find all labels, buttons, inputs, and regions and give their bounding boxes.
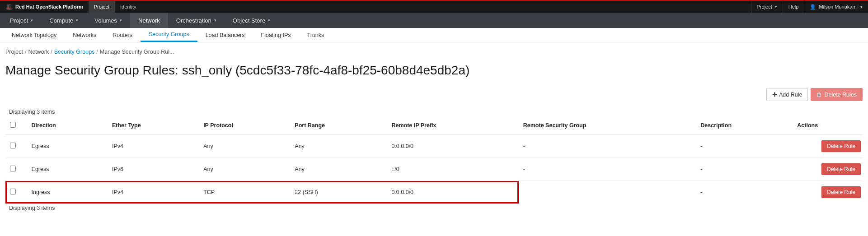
table-header-row: Direction Ether Type IP Protocol Port Ra…: [5, 116, 863, 135]
cell-direction: Egress: [27, 158, 108, 181]
cell-description: -: [696, 181, 793, 204]
cell-remote-security-group: -: [519, 135, 696, 158]
brand-label: Red Hat OpenStack Platform: [15, 4, 83, 9]
row-checkbox[interactable]: [10, 189, 16, 194]
breadcrumb-project[interactable]: Project: [5, 49, 23, 55]
chevron-down-icon: ▾: [860, 5, 863, 9]
subtab-floating-ips[interactable]: Floating IPs: [253, 28, 299, 42]
chevron-down-icon: ▾: [31, 18, 33, 23]
nav-object-store[interactable]: Object Store▾: [225, 13, 278, 28]
page-actions: ✚ Add Rule 🗑 Delete Rules: [5, 88, 863, 107]
primary-nav: Project▾ Compute▾ Volumes▾ Network Orche…: [0, 13, 868, 28]
cell-ether-type: IPv6: [108, 158, 199, 181]
nav-compute[interactable]: Compute▾: [41, 13, 86, 28]
user-icon: 👤: [810, 4, 816, 10]
col-actions: Actions: [793, 116, 863, 135]
cell-remote-ip-prefix: 0.0.0.0/0: [387, 181, 518, 204]
chevron-down-icon: ▾: [76, 18, 78, 23]
cell-ip-protocol: Any: [199, 135, 290, 158]
cell-port-range: Any: [290, 158, 387, 181]
breadcrumb: Project / Network / Security Groups / Ma…: [5, 46, 863, 60]
col-port-range[interactable]: Port Range: [290, 116, 387, 135]
cell-port-range: Any: [290, 135, 387, 158]
col-remote-security-group[interactable]: Remote Security Group: [519, 116, 696, 135]
table-row: EgressIPv6AnyAny::/0--Delete Rule: [5, 158, 863, 181]
select-all-checkbox[interactable]: [10, 122, 16, 128]
cell-ether-type: IPv4: [108, 181, 199, 204]
nav-volumes[interactable]: Volumes▾: [86, 13, 130, 28]
top-user-menu[interactable]: 👤 Milson Munakami ▾: [804, 1, 868, 13]
rules-table: Direction Ether Type IP Protocol Port Ra…: [5, 116, 863, 204]
top-tab-identity[interactable]: Identity: [115, 1, 141, 13]
cell-remote-security-group: [519, 181, 696, 204]
cell-ip-protocol: TCP: [199, 181, 290, 204]
chevron-down-icon: ▾: [120, 18, 122, 23]
table-count-bottom: Displaying 3 items: [5, 204, 863, 213]
cell-direction: Ingress: [27, 181, 108, 204]
brand[interactable]: 🎩 Red Hat OpenStack Platform: [0, 1, 89, 13]
cell-remote-ip-prefix: 0.0.0.0/0: [387, 135, 518, 158]
subtab-trunks[interactable]: Trunks: [299, 28, 333, 42]
cell-port-range: 22 (SSH): [290, 181, 387, 204]
cell-description: -: [696, 135, 793, 158]
top-tab-project[interactable]: Project: [89, 1, 115, 13]
delete-rule-button[interactable]: Delete Rule: [821, 186, 861, 198]
col-description[interactable]: Description: [696, 116, 793, 135]
nav-network[interactable]: Network: [130, 13, 168, 28]
cell-direction: Egress: [27, 135, 108, 158]
chevron-down-icon: ▾: [775, 5, 777, 9]
breadcrumb-separator: /: [25, 49, 26, 55]
breadcrumb-current: Manage Security Group Rul...: [100, 49, 174, 55]
cell-ip-protocol: Any: [199, 158, 290, 181]
page-title: Manage Security Group Rules: ssh_only (5…: [5, 62, 863, 78]
cell-remote-ip-prefix: ::/0: [387, 158, 518, 181]
topbar: 🎩 Red Hat OpenStack Platform Project Ide…: [0, 1, 868, 13]
breadcrumb-network[interactable]: Network: [28, 49, 49, 55]
table-row: IngressIPv4TCP22 (SSH)0.0.0.0/0-Delete R…: [5, 181, 863, 204]
breadcrumb-security-groups[interactable]: Security Groups: [54, 49, 95, 55]
cell-remote-security-group: -: [519, 158, 696, 181]
top-help[interactable]: Help: [783, 1, 804, 13]
redhat-logo-icon: 🎩: [5, 4, 13, 10]
col-ip-protocol[interactable]: IP Protocol: [199, 116, 290, 135]
trash-icon: 🗑: [816, 92, 822, 98]
table-row: EgressIPv4AnyAny0.0.0.0/0--Delete Rule: [5, 135, 863, 158]
delete-rules-button[interactable]: 🗑 Delete Rules: [811, 88, 863, 101]
network-subtabs: Network Topology Networks Routers Securi…: [0, 28, 868, 42]
nav-project[interactable]: Project▾: [2, 13, 41, 28]
subtab-load-balancers[interactable]: Load Balancers: [197, 28, 253, 42]
row-checkbox[interactable]: [10, 166, 16, 171]
col-direction[interactable]: Direction: [27, 116, 108, 135]
subtab-security-groups[interactable]: Security Groups: [141, 28, 197, 42]
plus-icon: ✚: [772, 91, 777, 98]
nav-orchestration[interactable]: Orchestration▾: [168, 13, 225, 28]
chevron-down-icon: ▾: [268, 18, 270, 23]
breadcrumb-separator: /: [96, 49, 98, 55]
delete-rule-button[interactable]: Delete Rule: [821, 163, 861, 175]
cell-ether-type: IPv4: [108, 135, 199, 158]
row-checkbox[interactable]: [10, 143, 16, 148]
breadcrumb-separator: /: [51, 49, 52, 55]
top-project-menu[interactable]: Project▾: [751, 1, 783, 13]
chevron-down-icon: ▾: [214, 18, 216, 23]
delete-rule-button[interactable]: Delete Rule: [821, 140, 861, 152]
col-ether-type[interactable]: Ether Type: [108, 116, 199, 135]
subtab-routers[interactable]: Routers: [104, 28, 141, 42]
subtab-networks[interactable]: Networks: [65, 28, 104, 42]
page-content: Project / Network / Security Groups / Ma…: [0, 42, 868, 222]
table-count-top: Displaying 3 items: [5, 107, 863, 116]
add-rule-button[interactable]: ✚ Add Rule: [766, 88, 808, 101]
col-remote-ip-prefix[interactable]: Remote IP Prefix: [387, 116, 518, 135]
subtab-network-topology[interactable]: Network Topology: [4, 28, 65, 42]
cell-description: -: [696, 158, 793, 181]
